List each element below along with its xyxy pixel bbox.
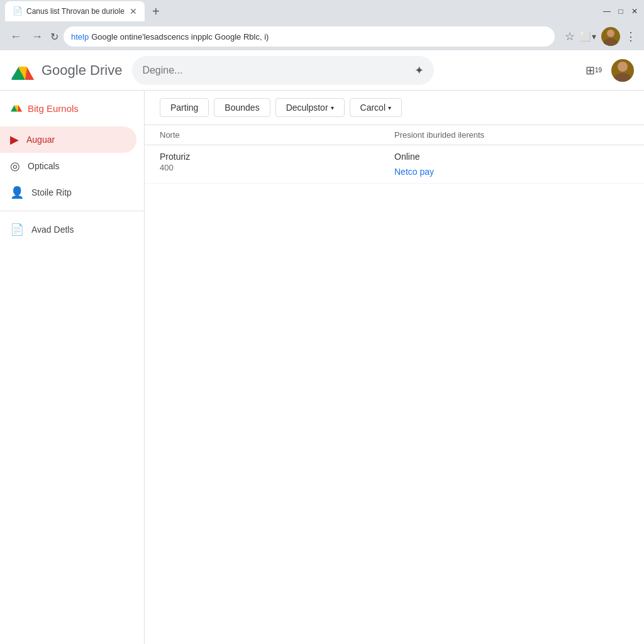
browser-menu-button[interactable]: ⋮ [625,30,636,43]
window-controls: — □ ✕ [602,7,639,16]
url-secure-label: htelp [71,32,89,42]
avad-detls-icon: 📄 [10,223,24,236]
back-button[interactable]: ← [8,28,24,46]
sidebar: Bitg Eurnols ▶ Auguar ◎ Opticals 👤 Stoil… [0,91,145,644]
table-header: Norte Presiont iburided ilerents [145,125,644,145]
carcol-button[interactable]: Carcol ▾ [350,98,402,117]
maximize-button[interactable]: □ [616,7,625,16]
boundes-button[interactable]: Boundes [214,98,270,117]
parting-label: Parting [170,103,198,113]
apps-grid-button[interactable]: ⊞ 19 [581,58,606,83]
table-cell-status: Online Netco pay [394,152,629,177]
bookmark-button[interactable]: ☆ [565,30,575,43]
carcol-label: Carcol [360,103,386,113]
address-bar: ← → ↻ htelp Google ontine'lesadscencs in… [0,23,644,50]
extensions-icon: ⬜ [580,31,591,42]
svg-point-15 [618,62,628,72]
tab-close-button[interactable]: ✕ [130,6,137,16]
apps-grid-icon: ⊞ [586,64,595,77]
search-bar[interactable]: ✦ [132,56,434,85]
drive-header: Google Drive ✦ ⊞ 19 [0,50,644,91]
deculpstor-label: Deculpstor [286,103,328,113]
search-icon[interactable]: ✦ [414,64,424,77]
page-content: Google Drive ✦ ⊞ 19 [0,50,644,644]
profile-avatar[interactable] [601,27,620,46]
auguar-icon: ▶ [10,133,19,147]
sidebar-brand: Bitg Eurnols [0,96,144,126]
opticals-icon: ◎ [10,159,20,173]
netco-pay-link[interactable]: Netco pay [394,167,629,177]
svg-point-16 [614,73,631,82]
table-row: Proturiz 400 Online Netco pay [145,145,644,184]
carcol-arrow: ▾ [388,104,391,111]
browser-chrome: 📄 Canus list Throvan be duriole ✕ + — □ … [0,0,644,50]
column-header-presiont: Presiont iburided ilerents [394,130,629,140]
drive-logo-icon [10,58,35,83]
sidebar-label-auguar: Auguar [26,135,55,145]
sidebar-item-avad-detls[interactable]: 📄 Avad Detls [0,216,136,243]
extensions-button[interactable]: ⬜ ▾ [580,31,596,42]
sidebar-divider [0,211,144,211]
title-bar: 📄 Canus list Throvan be duriole ✕ + — □ … [0,0,644,23]
name-primary: Proturiz [160,152,394,162]
deculpstor-button[interactable]: Deculpstor ▾ [275,98,345,117]
tab-favicon: 📄 [13,6,23,16]
search-input[interactable] [142,65,409,76]
content-area: Parting Boundes Deculpstor ▾ Carcol ▾ No… [145,91,644,644]
deculpstor-arrow: ▾ [331,104,334,111]
sidebar-item-auguar[interactable]: ▶ Auguar [0,126,136,153]
boundes-label: Boundes [225,103,259,113]
svg-point-2 [607,30,614,37]
extensions-arrow: ▾ [592,31,596,42]
user-avatar[interactable] [611,59,634,82]
refresh-button[interactable]: ↻ [50,31,58,43]
close-button[interactable]: ✕ [630,7,639,16]
drive-title: Google Drive [42,62,122,79]
sidebar-label-avad-detls: Avad Detls [31,225,74,235]
column-header-norte: Norte [160,130,394,140]
sidebar-item-opticals[interactable]: ◎ Opticals [0,153,136,179]
sidebar-label-stoile-ritp: Stoile Ritp [31,187,72,197]
url-text: Google ontine'lesadscencs inpplc Google … [91,32,269,42]
url-bar[interactable]: htelp Google ontine'lesadscencs inpplc G… [64,26,555,47]
minimize-button[interactable]: — [602,7,611,16]
svg-point-3 [604,38,618,46]
header-actions: ⊞ 19 [581,58,634,83]
main-layout: Bitg Eurnols ▶ Auguar ◎ Opticals 👤 Stoil… [0,91,644,644]
stoile-ritp-icon: 👤 [10,186,24,199]
sidebar-brand-label: Bitg Eurnols [28,103,79,114]
drive-logo: Google Drive [10,58,122,83]
sidebar-item-stoile-ritp[interactable]: 👤 Stoile Ritp [0,179,136,206]
badge-count: 19 [595,67,602,74]
parting-button[interactable]: Parting [160,98,209,117]
table-cell-name: Proturiz 400 [160,152,394,172]
content-toolbar: Parting Boundes Deculpstor ▾ Carcol ▾ [145,91,644,125]
sidebar-label-opticals: Opticals [28,161,60,171]
drive-brand-icon [10,101,23,116]
browser-tab[interactable]: 📄 Canus list Throvan be duriole ✕ [5,1,145,21]
new-tab-button[interactable]: + [147,4,165,19]
tab-title: Canus list Throvan be duriole [26,7,125,16]
forward-button[interactable]: → [29,28,45,46]
name-secondary: 400 [160,163,394,172]
status-primary: Online [394,152,629,162]
